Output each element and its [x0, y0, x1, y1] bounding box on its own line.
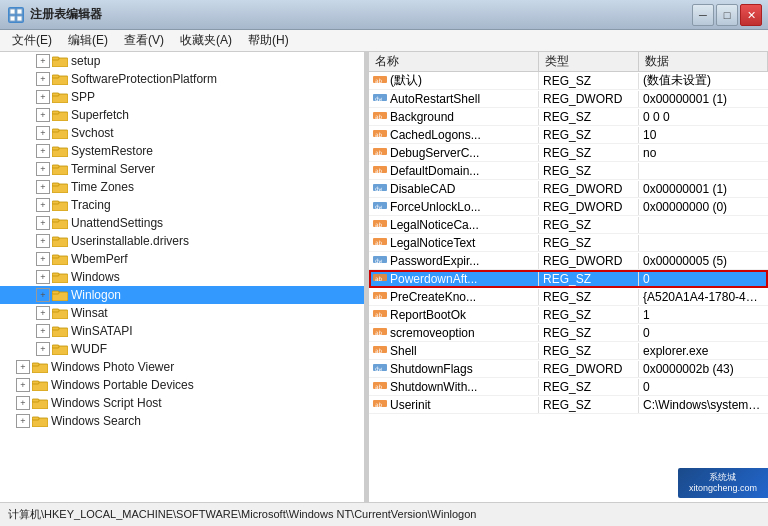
- tree-item[interactable]: + SPP: [0, 88, 364, 106]
- tree-item[interactable]: + setup: [0, 52, 364, 70]
- tree-toggle-icon[interactable]: +: [36, 180, 50, 194]
- tree-item[interactable]: + Winlogon: [0, 286, 364, 304]
- tree-item[interactable]: + Windows: [0, 268, 364, 286]
- folder-icon: [52, 73, 68, 85]
- tree-item[interactable]: + Terminal Server: [0, 160, 364, 178]
- tree-toggle-icon[interactable]: +: [16, 414, 30, 428]
- tree-inner[interactable]: + setup+ SoftwareProtectionPlatform+ SPP…: [0, 52, 364, 502]
- table-row[interactable]: ab LegalNoticeTextREG_SZ: [369, 234, 768, 252]
- tree-toggle-icon[interactable]: +: [36, 288, 50, 302]
- tree-item[interactable]: + Windows Script Host: [0, 394, 364, 412]
- table-row[interactable]: ab ShutdownWith...REG_SZ0: [369, 378, 768, 396]
- table-row[interactable]: ab (默认)REG_SZ(数值未设置): [369, 72, 768, 90]
- menu-help[interactable]: 帮助(H): [240, 30, 297, 51]
- reg-data-cell: 0x00000001 (1): [639, 91, 768, 107]
- folder-icon: [52, 271, 68, 283]
- svg-rect-29: [52, 273, 59, 276]
- tree-item-label: UnattendSettings: [71, 216, 163, 230]
- svg-rect-13: [52, 129, 59, 132]
- menu-edit[interactable]: 编辑(E): [60, 30, 116, 51]
- tree-toggle-icon[interactable]: +: [36, 252, 50, 266]
- maximize-button[interactable]: □: [716, 4, 738, 26]
- svg-rect-31: [52, 291, 59, 294]
- tree-toggle-icon[interactable]: +: [36, 144, 50, 158]
- tree-item[interactable]: + Time Zones: [0, 178, 364, 196]
- tree-item[interactable]: + Windows Portable Devices: [0, 376, 364, 394]
- close-button[interactable]: ✕: [740, 4, 762, 26]
- tree-item[interactable]: + Svchost: [0, 124, 364, 142]
- reg-type-icon: ab: [373, 146, 387, 160]
- tree-item[interactable]: + UnattendSettings: [0, 214, 364, 232]
- svg-rect-35: [52, 327, 59, 330]
- tree-toggle-icon[interactable]: +: [36, 54, 50, 68]
- tree-toggle-icon[interactable]: +: [36, 270, 50, 284]
- table-row[interactable]: ab DebugServerC...REG_SZno: [369, 144, 768, 162]
- folder-icon: [52, 109, 68, 121]
- table-row[interactable]: ab LegalNoticeCa...REG_SZ: [369, 216, 768, 234]
- reg-data-cell: 0x0000002b (43): [639, 361, 768, 377]
- status-path: 计算机\HKEY_LOCAL_MACHINE\SOFTWARE\Microsof…: [8, 507, 476, 522]
- window-controls: ─ □ ✕: [692, 4, 762, 26]
- tree-toggle-icon[interactable]: +: [36, 90, 50, 104]
- tree-item[interactable]: + Windows Photo Viewer: [0, 358, 364, 376]
- tree-item[interactable]: + SoftwareProtectionPlatform: [0, 70, 364, 88]
- tree-toggle-icon[interactable]: +: [16, 396, 30, 410]
- tree-toggle-icon[interactable]: +: [36, 72, 50, 86]
- table-row[interactable]: ab DefaultDomain...REG_SZ: [369, 162, 768, 180]
- minimize-button[interactable]: ─: [692, 4, 714, 26]
- tree-item[interactable]: + SystemRestore: [0, 142, 364, 160]
- tree-item-label: Time Zones: [71, 180, 134, 194]
- tree-toggle-icon[interactable]: +: [16, 378, 30, 392]
- tree-toggle-icon[interactable]: +: [36, 306, 50, 320]
- tree-toggle-icon[interactable]: +: [36, 126, 50, 140]
- table-row[interactable]: ab PreCreateKno...REG_SZ{A520A1A4-1780-4…: [369, 288, 768, 306]
- tree-item-label: Windows Portable Devices: [51, 378, 194, 392]
- tree-item-label: SPP: [71, 90, 95, 104]
- table-row[interactable]: dw ForceUnlockLo...REG_DWORD0x00000000 (…: [369, 198, 768, 216]
- tree-item[interactable]: + WUDF: [0, 340, 364, 358]
- reg-type-icon: ab: [373, 164, 387, 178]
- tree-toggle-icon[interactable]: +: [36, 342, 50, 356]
- table-row[interactable]: ab CachedLogons...REG_SZ10: [369, 126, 768, 144]
- watermark: 系统城xitongcheng.com: [678, 468, 768, 498]
- table-row[interactable]: ab ReportBootOkREG_SZ1: [369, 306, 768, 324]
- menu-file[interactable]: 文件(E): [4, 30, 60, 51]
- table-row[interactable]: ab ShellREG_SZexplorer.exe: [369, 342, 768, 360]
- reg-name-text: Shell: [390, 344, 417, 358]
- tree-item-label: Windows Script Host: [51, 396, 162, 410]
- table-row[interactable]: dw AutoRestartShellREG_DWORD0x00000001 (…: [369, 90, 768, 108]
- tree-item[interactable]: + WbemPerf: [0, 250, 364, 268]
- tree-toggle-icon[interactable]: +: [36, 324, 50, 338]
- table-row[interactable]: dw ShutdownFlagsREG_DWORD0x0000002b (43): [369, 360, 768, 378]
- reg-data-cell: 0 0 0: [639, 109, 768, 125]
- tree-toggle-icon[interactable]: +: [36, 108, 50, 122]
- table-row[interactable]: ab BackgroundREG_SZ0 0 0: [369, 108, 768, 126]
- table-row[interactable]: dw DisableCADREG_DWORD0x00000001 (1): [369, 180, 768, 198]
- tree-item[interactable]: + Tracing: [0, 196, 364, 214]
- reg-name-cell: ab PreCreateKno...: [369, 289, 539, 305]
- tree-toggle-icon[interactable]: +: [36, 234, 50, 248]
- svg-text:ab: ab: [375, 239, 383, 246]
- tree-item[interactable]: + Userinstallable.drivers: [0, 232, 364, 250]
- tree-item-label: Windows Photo Viewer: [51, 360, 174, 374]
- tree-item[interactable]: + WinSATAPI: [0, 322, 364, 340]
- table-row[interactable]: ab scremoveoptionREG_SZ0: [369, 324, 768, 342]
- menu-favorites[interactable]: 收藏夹(A): [172, 30, 240, 51]
- tree-toggle-icon[interactable]: +: [36, 162, 50, 176]
- svg-rect-3: [17, 16, 22, 21]
- tree-toggle-icon[interactable]: +: [16, 360, 30, 374]
- table-row[interactable]: ab UserinitREG_SZC:\Windows\system32\u..…: [369, 396, 768, 414]
- tree-toggle-icon[interactable]: +: [36, 216, 50, 230]
- tree-toggle-icon[interactable]: +: [36, 198, 50, 212]
- reg-data-cell: [639, 224, 768, 226]
- tree-item[interactable]: + Winsat: [0, 304, 364, 322]
- tree-item-label: SoftwareProtectionPlatform: [71, 72, 217, 86]
- registry-rows[interactable]: ab (默认)REG_SZ(数值未设置) dw AutoRestartShell…: [369, 72, 768, 502]
- tree-item[interactable]: + Superfetch: [0, 106, 364, 124]
- reg-name-text: DebugServerC...: [390, 146, 479, 160]
- table-row[interactable]: ab PowerdownAft...REG_SZ0: [369, 270, 768, 288]
- reg-type-cell: REG_SZ: [539, 73, 639, 89]
- tree-item[interactable]: + Windows Search: [0, 412, 364, 430]
- table-row[interactable]: dw PasswordExpir...REG_DWORD0x00000005 (…: [369, 252, 768, 270]
- menu-view[interactable]: 查看(V): [116, 30, 172, 51]
